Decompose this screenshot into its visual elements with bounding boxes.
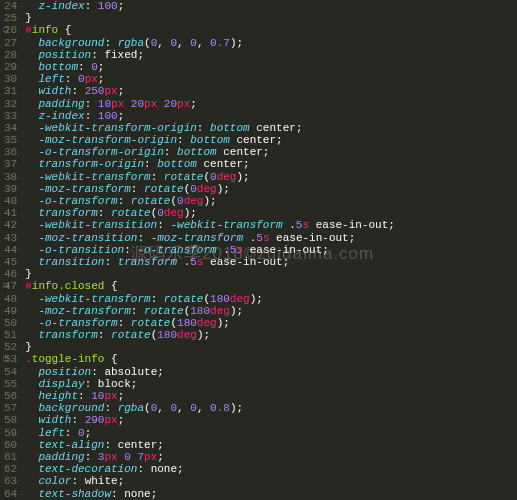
code-line[interactable]: color: white;: [25, 475, 395, 487]
code-token: :: [104, 37, 117, 49]
code-token: ;: [118, 414, 125, 426]
code-line[interactable]: padding: 10px 20px 20px;: [25, 98, 395, 110]
code-token: bottom: [177, 146, 217, 158]
line-number: 50: [4, 317, 17, 329]
code-line[interactable]: transition: transform .5s ease-in-out;: [25, 256, 395, 268]
code-line[interactable]: -o-transform: rotate(180deg);: [25, 317, 395, 329]
code-line[interactable]: text-shadow: none;: [25, 488, 395, 500]
code-token: transform: [118, 256, 177, 268]
code-line[interactable]: text-align: center;: [25, 439, 395, 451]
code-token: height: [38, 390, 78, 402]
code-line[interactable]: background: rgba(0, 0, 0, 0.7);: [25, 37, 395, 49]
code-line[interactable]: .toggle-info {: [25, 353, 395, 365]
code-line[interactable]: -moz-transform: rotate(180deg);: [25, 305, 395, 317]
code-token: px: [111, 98, 131, 110]
code-line[interactable]: -o-transform: rotate(0deg);: [25, 195, 395, 207]
code-token: padding: [38, 98, 84, 110]
code-line[interactable]: transform-origin: bottom center;: [25, 158, 395, 170]
code-token: 5: [190, 256, 197, 268]
code-line[interactable]: position: absolute;: [25, 366, 395, 378]
code-token: ,: [177, 402, 190, 414]
code-line[interactable]: width: 290px;: [25, 414, 395, 426]
code-token: ;: [223, 183, 230, 195]
code-token: -o-transform: [137, 244, 216, 256]
fold-marker-icon[interactable]: □: [3, 353, 8, 365]
code-line[interactable]: z-index: 100;: [25, 110, 395, 122]
code-token: center: [217, 146, 263, 158]
code-line[interactable]: -moz-transform-origin: bottom center;: [25, 134, 395, 146]
code-line[interactable]: height: 10px;: [25, 390, 395, 402]
code-token: -webkit-transition: [38, 219, 157, 231]
code-line[interactable]: padding: 3px 0 7px;: [25, 451, 395, 463]
code-line[interactable]: left: 0;: [25, 427, 395, 439]
code-token: [25, 0, 38, 12]
line-number: 55: [4, 378, 17, 390]
code-token: [25, 146, 38, 158]
code-line[interactable]: width: 250px;: [25, 85, 395, 97]
code-line[interactable]: -o-transition: -o-transform .5s ease-in-…: [25, 244, 395, 256]
line-number: 43: [4, 232, 17, 244]
code-line[interactable]: -moz-transform: rotate(0deg);: [25, 183, 395, 195]
line-number: 56: [4, 390, 17, 402]
code-token: [25, 98, 38, 110]
code-token: ;: [137, 49, 144, 61]
code-token: [25, 488, 38, 500]
code-token: ;: [118, 0, 125, 12]
code-line[interactable]: bottom: 0;: [25, 61, 395, 73]
code-token: [25, 49, 38, 61]
code-editor[interactable]: 242526□272829303132333435363738394041424…: [0, 0, 517, 500]
code-token: deg: [230, 293, 250, 305]
code-token: :: [177, 134, 190, 146]
code-line[interactable]: transform: rotate(0deg);: [25, 207, 395, 219]
code-line[interactable]: -webkit-transform: rotate(180deg);: [25, 293, 395, 305]
code-line[interactable]: -moz-transition: -moz-transform .5s ease…: [25, 232, 395, 244]
code-line[interactable]: left: 0px;: [25, 73, 395, 85]
code-token: [25, 61, 38, 73]
code-token: [25, 414, 38, 426]
code-token: [25, 244, 38, 256]
line-number: 35: [4, 134, 17, 146]
code-token: }: [25, 341, 32, 353]
code-token: center: [197, 158, 243, 170]
line-number: 63: [4, 475, 17, 487]
code-line[interactable]: #info.closed {: [25, 280, 395, 292]
code-token: [25, 134, 38, 146]
code-token: 290: [85, 414, 105, 426]
code-line[interactable]: background: rgba(0, 0, 0, 0.8);: [25, 402, 395, 414]
code-token: px: [104, 390, 117, 402]
line-number: 52: [4, 341, 17, 353]
code-token: -webkit-transform: [170, 219, 282, 231]
code-line[interactable]: }: [25, 341, 395, 353]
code-line[interactable]: -webkit-transform: rotate(0deg);: [25, 171, 395, 183]
code-token: width: [38, 85, 71, 97]
code-line[interactable]: #info {: [25, 24, 395, 36]
code-area[interactable]: z-index: 100;}#info { background: rgba(0…: [23, 0, 395, 500]
code-token: color: [38, 475, 71, 487]
code-token: -o-transform-origin: [38, 146, 163, 158]
code-token: [25, 305, 38, 317]
line-number: 44: [4, 244, 17, 256]
code-line[interactable]: transform: rotate(180deg);: [25, 329, 395, 341]
code-line[interactable]: -webkit-transform-origin: bottom center;: [25, 122, 395, 134]
code-token: ;: [322, 244, 329, 256]
fold-marker-icon[interactable]: □: [3, 24, 8, 36]
fold-marker-icon[interactable]: □: [3, 280, 8, 292]
code-line[interactable]: }: [25, 12, 395, 24]
code-line[interactable]: -o-transform-origin: bottom center;: [25, 146, 395, 158]
code-token: [25, 293, 38, 305]
code-line[interactable]: position: fixed;: [25, 49, 395, 61]
code-line[interactable]: display: block;: [25, 378, 395, 390]
code-line[interactable]: z-index: 100;: [25, 0, 395, 12]
line-number: 61: [4, 451, 17, 463]
code-token: ;: [236, 305, 243, 317]
code-line[interactable]: text-decoration: none;: [25, 463, 395, 475]
code-token: .: [217, 244, 230, 256]
code-token: ;: [190, 98, 197, 110]
code-line[interactable]: -webkit-transition: -webkit-transform .5…: [25, 219, 395, 231]
code-token: ;: [263, 146, 270, 158]
code-token: 0: [78, 427, 85, 439]
code-line[interactable]: }: [25, 268, 395, 280]
code-token: [25, 378, 38, 390]
line-number: 54: [4, 366, 17, 378]
code-token: 0: [124, 451, 131, 463]
